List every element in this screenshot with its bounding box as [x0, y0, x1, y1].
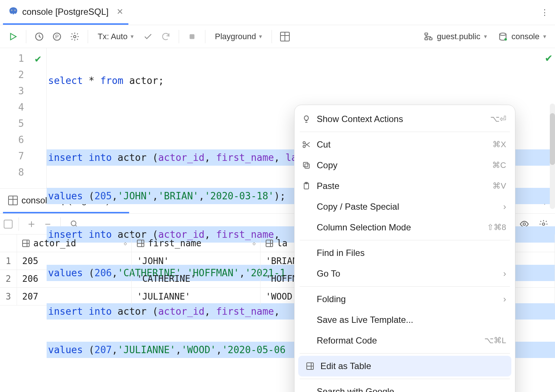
code-token: , [112, 190, 118, 202]
ctx-copy[interactable]: Copy ⌘C [295, 155, 515, 176]
run-button[interactable] [5, 29, 21, 44]
select-all-checkbox[interactable] [4, 220, 13, 229]
column-header-first-name[interactable]: first_name ◇ [132, 234, 260, 252]
postgres-icon [8, 7, 18, 17]
lightbulb-icon [301, 115, 312, 124]
gear-icon [70, 32, 80, 41]
scrollbar-thumb[interactable] [550, 113, 555, 165]
session-label: console [511, 32, 539, 41]
play-icon [8, 32, 18, 41]
cell-actor-id[interactable]: 206 [17, 270, 132, 287]
chevron-right-icon: › [503, 268, 506, 279]
row-number-header[interactable] [0, 234, 17, 252]
ctx-column-selection-mode[interactable]: Column Selection Mode ⇧⌘8 [295, 217, 515, 238]
ctx-label: Search with Google [317, 386, 506, 392]
code-token: ); [274, 190, 286, 202]
code-token: actor [112, 306, 152, 317]
add-row-button[interactable]: ＋ [25, 216, 38, 232]
scissors-icon [301, 140, 312, 149]
explain-plan-button[interactable]: P [49, 29, 65, 44]
row-number[interactable]: 3 [0, 288, 17, 305]
ctx-go-to[interactable]: Go To › [295, 263, 515, 284]
svg-point-12 [500, 33, 506, 36]
line-number: 1 [18, 53, 24, 64]
sort-icon[interactable]: ◇ [124, 240, 127, 246]
schema-dropdown[interactable]: guest.public ▾ [420, 32, 491, 41]
stop-button[interactable] [184, 29, 200, 44]
code-token: '2020-03-18' [205, 190, 274, 202]
shortcut: ⌥⏎ [490, 114, 506, 124]
code-token: , [152, 190, 158, 202]
shortcut: ⌘V [492, 181, 506, 191]
editor-scrollbar[interactable] [550, 104, 555, 209]
code-token: , [199, 190, 205, 202]
code-token: actor_id [158, 152, 204, 163]
cell-actor-id[interactable]: 207 [17, 288, 132, 305]
close-icon[interactable]: ✕ [117, 7, 123, 17]
ctx-cut[interactable]: Cut ⌘X [295, 134, 515, 155]
cell-first-name[interactable]: 'CATHERINE' [132, 270, 260, 287]
toolbar-divider [272, 30, 272, 43]
ctx-folding[interactable]: Folding › [295, 289, 515, 310]
data-editor-button[interactable] [277, 29, 293, 44]
svg-rect-11 [429, 38, 432, 40]
ctx-reformat-code[interactable]: Reformat Code ⌥⌘L [295, 330, 515, 351]
code-token: ( [89, 190, 95, 202]
session-dropdown[interactable]: console ▾ [494, 32, 550, 41]
ctx-label: Column Selection Mode [317, 222, 482, 233]
tx-mode-dropdown[interactable]: Tx: Auto ▾ [93, 32, 138, 41]
code-token: values [48, 190, 89, 202]
editor-toolbar: P Tx: Auto ▾ Playground ▾ guest.public ▾… [0, 25, 555, 48]
editor-tab-more-button[interactable]: ⋮ [537, 5, 552, 20]
shortcut: ⌥⌘L [484, 336, 506, 345]
cell-first-name[interactable]: 'JOHN' [132, 252, 260, 270]
svg-point-7 [74, 35, 76, 38]
table-icon [305, 362, 315, 370]
tab-console-postgres[interactable]: console [PostgreSQL] ✕ [3, 0, 128, 25]
shortcut: ⌘X [492, 140, 506, 149]
ctx-label: Cut [317, 139, 487, 150]
code-token: , [175, 344, 181, 355]
code-token: ( [89, 344, 95, 355]
rollback-button[interactable] [158, 29, 174, 44]
playground-dropdown[interactable]: Playground ▾ [211, 32, 266, 41]
shortcut: ⇧⌘8 [487, 223, 506, 232]
cell-actor-id[interactable]: 205 [17, 252, 132, 270]
svg-text:P: P [55, 34, 58, 40]
ctx-search-google[interactable]: Search with Google [295, 381, 515, 392]
check-icon: ✔ [35, 53, 41, 65]
code-token: , [274, 152, 286, 163]
sort-icon[interactable]: ◇ [253, 240, 256, 246]
ctx-copy-paste-special[interactable]: Copy / Paste Special › [295, 196, 515, 217]
column-icon [266, 240, 273, 247]
svg-rect-10 [425, 38, 428, 40]
code-token: 205 [94, 190, 112, 202]
editor-context-menu: Show Context Actions ⌥⏎ Cut ⌘X Copy ⌘C P… [294, 105, 515, 392]
ctx-separator [300, 379, 510, 379]
ctx-edit-as-table[interactable]: Edit as Table [298, 356, 511, 376]
code-token: select [48, 75, 83, 86]
shortcut: ⌘C [492, 160, 506, 170]
line-number: 2 [18, 69, 24, 80]
code-token: insert into [48, 152, 112, 163]
column-header-actor-id[interactable]: actor_id ◇ [17, 234, 132, 252]
code-token: actor [112, 152, 152, 163]
row-number[interactable]: 2 [0, 270, 17, 287]
row-number[interactable]: 1 [0, 252, 17, 270]
line-number: 5 [18, 118, 24, 129]
code-token: actor [124, 75, 158, 86]
code-token: '2020-05-06 [222, 344, 286, 355]
chevron-down-icon: ▾ [259, 33, 262, 40]
history-button[interactable] [31, 29, 47, 44]
cell-first-name[interactable]: 'JULIANNE' [132, 288, 260, 305]
settings-button[interactable] [67, 29, 83, 44]
inspection-ok-icon[interactable]: ✔ [545, 51, 552, 64]
ctx-paste[interactable]: Paste ⌘V [295, 176, 515, 196]
ctx-label: Copy [317, 160, 487, 170]
ctx-find-in-files[interactable]: Find in Files [295, 243, 515, 263]
commit-button[interactable] [140, 29, 156, 44]
ctx-show-context-actions[interactable]: Show Context Actions ⌥⏎ [295, 109, 515, 129]
undo-icon [161, 32, 171, 41]
ctx-save-live-template[interactable]: Save as Live Template... [295, 310, 515, 330]
ctx-label: Folding [317, 294, 498, 304]
